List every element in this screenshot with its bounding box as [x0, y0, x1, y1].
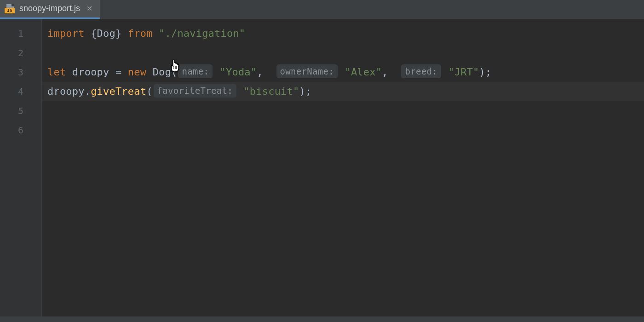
line-number: 4 [0, 82, 41, 101]
keyword-let: let [47, 66, 66, 78]
brace: { [91, 28, 97, 39]
code-line[interactable] [42, 101, 644, 121]
identifier-dog: Dog [153, 66, 171, 78]
close-icon[interactable]: ✕ [85, 4, 94, 13]
param-hint-treat: favoriteTreat: [154, 84, 236, 98]
identifier: droopy [72, 66, 109, 78]
paren-close: ); [479, 66, 492, 78]
brace: } [115, 28, 121, 39]
string-literal: "./navigation" [159, 28, 245, 39]
identifier-dog: Dog [97, 28, 115, 39]
param-hint-owner: ownerName: [276, 64, 338, 78]
file-tab[interactable]: JS snoopy-import.js ✕ [0, 0, 100, 19]
line-number: 6 [0, 121, 41, 140]
param-hint-breed: breed: [401, 64, 441, 78]
paren: ( [146, 86, 152, 97]
code-line[interactable]: let droopy = new Dog(name: "Yoda", owner… [42, 63, 644, 82]
code-area[interactable]: import {Dog} from "./navigation" let dro… [41, 19, 644, 316]
tab-bar: JS snoopy-import.js ✕ [0, 0, 644, 19]
operator-eq: = [115, 66, 121, 78]
dot: . [85, 86, 91, 97]
js-file-icon: JS [5, 4, 15, 13]
editor[interactable]: 1 2 3 4 5 6 import {Dog} from "./navigat… [0, 19, 644, 316]
string-literal: "biscuit" [243, 86, 299, 97]
keyword-import: import [47, 28, 85, 39]
string-literal: "Alex" [345, 66, 382, 78]
line-number: 3 [0, 63, 41, 82]
identifier: droopy [47, 86, 85, 97]
method-call: giveTreat [91, 86, 146, 97]
param-hint-name: name: [178, 64, 213, 78]
code-line-current[interactable]: droopy.giveTreat(favoriteTreat: "biscuit… [42, 82, 644, 101]
code-line[interactable] [42, 43, 644, 63]
line-number: 5 [0, 101, 41, 121]
line-number: 2 [0, 43, 41, 63]
line-number: 1 [0, 24, 41, 43]
ide-window: JS snoopy-import.js ✕ 1 2 3 4 5 6 import… [0, 0, 644, 322]
comma: , [382, 66, 388, 78]
status-bar [0, 316, 644, 322]
string-literal: "Yoda" [220, 66, 257, 78]
tab-filename: snoopy-import.js [19, 4, 80, 13]
string-literal: "JRT" [448, 66, 479, 78]
paren: ( [171, 66, 177, 78]
keyword-from: from [128, 28, 153, 39]
code-line[interactable] [42, 121, 644, 140]
comma: , [257, 66, 263, 78]
keyword-new: new [128, 66, 146, 78]
gutter: 1 2 3 4 5 6 [0, 19, 41, 316]
paren-close: ); [299, 86, 311, 97]
code-line[interactable]: import {Dog} from "./navigation" [42, 24, 644, 43]
